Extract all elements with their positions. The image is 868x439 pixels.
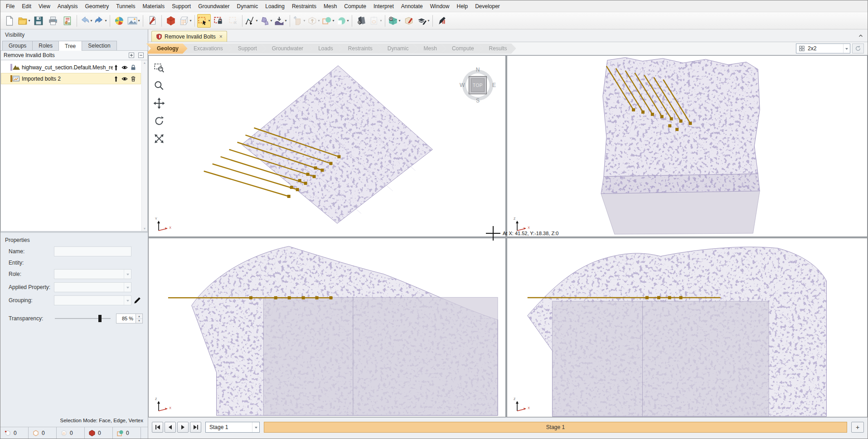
zoom-extents-icon[interactable] <box>153 133 165 145</box>
dropdown-arrow-icon[interactable]: ▾ <box>138 19 140 23</box>
stage-timeline[interactable]: Stage 1 <box>264 422 847 433</box>
stage-next-button[interactable] <box>177 422 189 433</box>
toolbar-button[interactable] <box>432 15 433 27</box>
dropdown-arrow-icon[interactable]: ▾ <box>285 19 286 23</box>
toolbar-button[interactable]: ▾ <box>79 14 93 28</box>
dropdown-arrow-icon[interactable]: ▾ <box>189 19 191 23</box>
toolbar-button[interactable] <box>143 15 143 27</box>
grouping-select[interactable] <box>54 295 131 305</box>
toolbar-button[interactable]: ▾ <box>274 14 287 28</box>
menu-item[interactable]: Mesh <box>320 1 340 11</box>
compass-east[interactable]: E <box>492 82 496 88</box>
workflow-tab[interactable]: Loads <box>307 43 342 54</box>
toolbar-button[interactable] <box>354 14 368 28</box>
sidebar-tab[interactable]: Groups <box>2 41 33 50</box>
zoom-window-icon[interactable] <box>153 62 165 74</box>
tree-row[interactable]: highway_cut_section.Default.Mesh_re <box>1 62 141 73</box>
pin-icon[interactable] <box>113 76 119 82</box>
stage-first-button[interactable] <box>152 422 163 433</box>
toolbar-button[interactable] <box>145 14 159 28</box>
spin-down-icon[interactable]: ▼ <box>136 318 142 323</box>
menu-item[interactable]: File <box>2 1 18 11</box>
dropdown-arrow-icon[interactable]: ▾ <box>256 19 257 23</box>
eye-icon[interactable] <box>121 64 128 71</box>
viewport-bottom-left[interactable]: Z X <box>148 238 506 417</box>
workflow-tab[interactable]: Restraints <box>337 43 382 54</box>
applied-property-select[interactable] <box>54 282 131 292</box>
document-tab[interactable]: Remove Invalid Bolts × <box>151 31 227 42</box>
toolbar-button[interactable] <box>435 14 449 28</box>
orientation-compass[interactable]: N S W E TOP <box>460 68 495 103</box>
menu-item[interactable]: Annotate <box>398 1 427 11</box>
menu-item[interactable]: Restraints <box>288 1 320 11</box>
toolbar-button[interactable] <box>77 15 77 27</box>
toolbar-button[interactable]: ▾ <box>259 14 273 28</box>
toolbar-button[interactable]: ▾ <box>321 14 335 28</box>
trash-icon[interactable] <box>130 76 136 82</box>
toolbar-button[interactable]: ▾ <box>17 14 31 28</box>
slider-handle[interactable] <box>98 315 102 322</box>
dropdown-arrow-icon[interactable]: ▾ <box>90 19 92 23</box>
toolbar-button[interactable] <box>164 14 178 28</box>
name-field[interactable] <box>54 246 131 256</box>
dropdown-arrow-icon[interactable]: ▾ <box>332 19 334 23</box>
toolbar-button[interactable]: ▾ <box>245 14 258 28</box>
toolbar-button[interactable]: ▾ <box>369 14 383 28</box>
compass-north[interactable]: N <box>476 67 480 73</box>
transparency-slider[interactable] <box>54 314 112 323</box>
dropdown-arrow-icon[interactable]: ▾ <box>105 19 107 23</box>
tree-scrollbar[interactable]: ▲▼ <box>141 60 147 231</box>
viewport-bottom-right[interactable]: Z X <box>507 238 868 417</box>
menu-item[interactable]: Compute <box>340 1 370 11</box>
toolbar-button[interactable]: ▾ <box>417 14 430 28</box>
toolbar-button[interactable] <box>3 14 16 28</box>
menu-item[interactable]: View <box>35 1 54 11</box>
tab-overflow-button[interactable] <box>858 33 864 39</box>
menu-item[interactable]: Developer <box>471 1 504 11</box>
menu-item[interactable]: Edit <box>18 1 35 11</box>
role-select[interactable] <box>54 269 131 279</box>
compass-west[interactable]: W <box>460 82 465 88</box>
toolbar-button[interactable] <box>46 14 60 28</box>
workflow-tab[interactable]: Groundwater <box>261 43 312 54</box>
toolbar-button[interactable]: ▾ <box>94 14 107 28</box>
menu-item[interactable]: Interpret <box>370 1 398 11</box>
dropdown-arrow-icon[interactable]: ▾ <box>28 19 30 23</box>
workflow-tab[interactable]: Compute <box>441 43 483 54</box>
toolbar-button[interactable]: ▾ <box>197 14 211 28</box>
toolbar-button[interactable]: ▾ <box>307 14 320 28</box>
toolbar-button[interactable] <box>212 14 225 28</box>
dropdown-arrow-icon[interactable]: ▾ <box>380 19 382 23</box>
stage-previous-button[interactable] <box>165 422 176 433</box>
workflow-tab[interactable]: Excavations <box>183 43 232 54</box>
menu-item[interactable]: Dynamic <box>233 1 262 11</box>
menu-item[interactable]: Groundwater <box>194 1 233 11</box>
toolbar-button[interactable] <box>61 14 74 28</box>
toolbar-button[interactable] <box>290 15 290 27</box>
dropdown-arrow-icon[interactable]: ▾ <box>427 19 429 23</box>
toolbar-button[interactable]: ▾ <box>336 14 349 28</box>
dropdown-arrow-icon[interactable]: ▾ <box>208 19 210 23</box>
lock-icon[interactable] <box>130 64 136 71</box>
menu-item[interactable]: Tunnels <box>112 1 139 11</box>
tree-row[interactable]: Imported bolts 2 <box>1 73 141 84</box>
close-tab-button[interactable]: × <box>219 34 223 40</box>
menu-item[interactable]: Materials <box>139 1 168 11</box>
compass-south[interactable]: S <box>476 97 480 104</box>
sidebar-tab[interactable]: Tree <box>58 41 82 51</box>
dropdown-arrow-icon[interactable]: ▾ <box>270 19 272 23</box>
menu-item[interactable]: Geometry <box>82 1 113 11</box>
dropdown-arrow-icon[interactable]: ▾ <box>398 19 400 23</box>
toolbar-button[interactable]: ▾ <box>179 14 192 28</box>
collapse-all-icon[interactable] <box>137 52 145 59</box>
toolbar-button[interactable] <box>242 15 242 27</box>
menu-item[interactable]: Window <box>427 1 453 11</box>
spin-up-icon[interactable]: ▲ <box>136 314 142 318</box>
viewport-layout-select[interactable]: 2x2 <box>796 43 850 53</box>
toolbar-button[interactable]: ▾ <box>292 14 306 28</box>
menu-item[interactable]: Analysis <box>54 1 82 11</box>
transparency-stepper[interactable]: ▲▼ <box>136 314 143 323</box>
workflow-tab[interactable]: Support <box>227 43 266 54</box>
zoom-icon[interactable] <box>153 80 165 92</box>
workflow-tab[interactable]: Results <box>478 43 516 54</box>
